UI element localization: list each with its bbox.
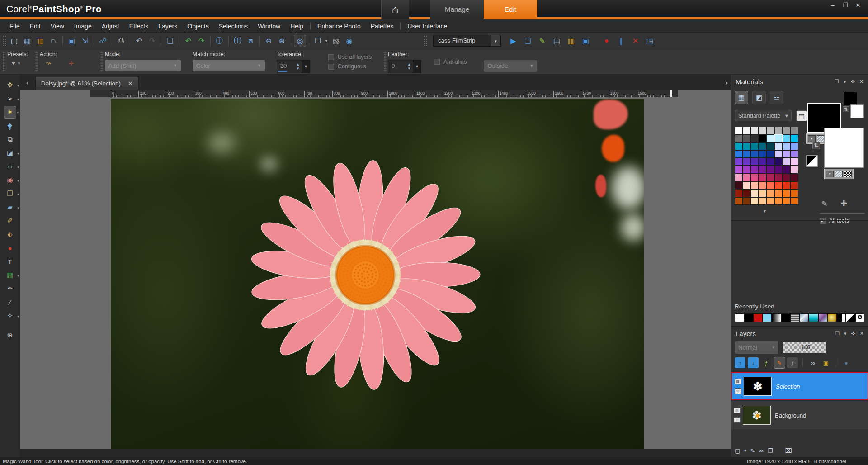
open-folder-icon[interactable]: ▥ — [34, 35, 47, 47]
menu-enhance-photo[interactable]: Enhance Photo — [312, 21, 366, 32]
dropper-tool[interactable]: ⧪ — [4, 119, 16, 132]
color-swatch[interactable] — [735, 134, 743, 142]
zoom-tool-icon[interactable]: ◎ — [294, 35, 306, 47]
color-swatch[interactable] — [759, 197, 767, 205]
color-swatch[interactable] — [790, 174, 798, 181]
home-button[interactable]: ⌂ — [381, 0, 409, 19]
color-swatch[interactable] — [783, 166, 791, 173]
recent-swatch[interactable] — [753, 313, 763, 322]
color-swatch[interactable] — [750, 134, 759, 142]
close-icon[interactable]: ✕ — [860, 331, 864, 337]
paint-brush-tool[interactable]: ✐ — [4, 214, 16, 227]
color-swatch[interactable] — [743, 166, 751, 173]
color-swatch[interactable] — [735, 189, 743, 197]
tolerance-spinner[interactable]: 30 ▲▼ ▼ — [277, 60, 310, 73]
color-swatch[interactable] — [790, 197, 798, 205]
swap-materials-icon[interactable]: ⇅ — [812, 142, 820, 149]
foreground-swatch[interactable] — [844, 92, 857, 105]
browse-icon[interactable]: ▦ — [21, 35, 33, 47]
color-swatch[interactable] — [766, 166, 774, 173]
recent-swatch[interactable] — [772, 313, 781, 322]
interactive-script-icon[interactable]: ▣ — [580, 35, 592, 47]
spinner-arrows-icon[interactable]: ▲▼ — [406, 60, 413, 73]
menu-palettes[interactable]: Palettes — [366, 21, 399, 32]
color-swatch[interactable] — [783, 197, 791, 205]
layer-row-background[interactable]: ▤⊙✽Background — [731, 401, 868, 429]
move-down-icon[interactable]: ↓ — [748, 357, 759, 368]
resize-icon[interactable]: ❏ — [164, 35, 176, 47]
step-script-icon[interactable]: ❏ — [522, 35, 534, 47]
chevron-down-icon[interactable]: ▼ — [413, 60, 421, 73]
action-remove-icon[interactable]: ✛ — [69, 60, 74, 67]
delete-layer-icon[interactable]: ⌧ — [785, 447, 792, 454]
transparent-swatch[interactable] — [855, 313, 865, 322]
color-swatch[interactable] — [743, 181, 751, 189]
menu-edit[interactable]: Edit — [25, 21, 46, 32]
undo-icon[interactable]: ↶ — [133, 35, 145, 47]
color-swatch[interactable] — [783, 150, 791, 158]
clone-tool[interactable]: ❐▾ — [4, 187, 16, 200]
camera-icon[interactable]: ◉ — [343, 35, 355, 47]
gradient-tool[interactable]: ▰▾ — [4, 201, 16, 214]
mixer-view-button[interactable]: ⚍ — [770, 91, 783, 104]
color-swatch[interactable] — [783, 142, 791, 150]
color-swatch[interactable] — [750, 189, 759, 197]
edit-script-icon[interactable]: ✎ — [536, 35, 548, 47]
outside-dropdown[interactable]: Outside▼ — [484, 60, 537, 72]
perspective-tool[interactable]: ▱▾ — [4, 160, 16, 173]
save-icon[interactable]: ▣ — [66, 35, 78, 47]
color-swatch[interactable] — [759, 142, 767, 150]
copy-special-icon[interactable]: ❐▾ — [312, 35, 324, 47]
color-swatch[interactable] — [790, 134, 798, 142]
menu-user-interface[interactable]: User Interface — [402, 21, 452, 32]
color-swatch[interactable] — [735, 158, 743, 166]
color-swatch[interactable] — [774, 181, 783, 189]
panel-maximize-icon[interactable]: ❐ — [835, 331, 840, 337]
recent-swatch[interactable] — [818, 313, 828, 322]
recent-swatch[interactable] — [763, 313, 772, 322]
link-layers-icon[interactable]: ∞ — [807, 357, 818, 368]
options-drag-handle[interactable] — [100, 52, 103, 71]
maximize-button[interactable]: ❐ — [839, 2, 852, 9]
feather-spinner[interactable]: 0 ▲▼ ▼ — [388, 60, 421, 73]
daisy-image[interactable] — [111, 99, 644, 449]
color-swatch[interactable] — [766, 150, 774, 158]
menu-selections[interactable]: Selections — [214, 21, 253, 32]
actual-size-icon[interactable]: ⑴ — [231, 35, 244, 47]
color-changer-tool[interactable]: ● — [4, 242, 16, 254]
layer-visibility-icon[interactable]: ⊙ — [735, 388, 741, 394]
menu-view[interactable]: View — [46, 21, 69, 32]
color-swatch[interactable] — [766, 134, 774, 142]
color-swatch[interactable] — [759, 150, 767, 158]
color-swatch[interactable] — [750, 174, 759, 181]
presets-caret-icon[interactable]: ▾ — [18, 61, 20, 66]
layer-styles-icon[interactable]: ƒ — [761, 357, 772, 368]
menu-adjust[interactable]: Adjust — [97, 21, 124, 32]
contiguous-checkbox[interactable]: Contiguous — [328, 63, 372, 70]
link-visibility-icon[interactable]: ∞ — [760, 447, 764, 454]
color-swatch[interactable] — [743, 158, 751, 166]
move-up-icon[interactable]: ↑ — [735, 357, 745, 368]
color-swatch[interactable] — [774, 189, 783, 197]
save-as-icon[interactable]: ⇲ — [79, 35, 91, 47]
recent-swatch[interactable] — [735, 313, 744, 322]
color-swatch[interactable] — [735, 127, 743, 134]
color-swatch[interactable] — [766, 189, 774, 197]
opacity-slider[interactable]: 100 — [783, 342, 826, 353]
color-swatch[interactable] — [774, 174, 783, 181]
oil-brush-tool[interactable]: ⬖ — [4, 228, 16, 241]
menu-effects[interactable]: Effects — [124, 21, 154, 32]
use-all-layers-checkbox[interactable]: Use all layers — [328, 54, 372, 60]
capture-icon[interactable]: ▧ — [330, 35, 342, 47]
open-script-icon[interactable]: ▥ — [565, 35, 577, 47]
color-swatch[interactable] — [774, 197, 783, 205]
color-swatch[interactable] — [783, 127, 791, 134]
new-layer-caret[interactable]: ▾ — [744, 448, 746, 453]
fg-color-button[interactable]: ▾ — [808, 135, 816, 142]
menu-file[interactable]: File — [5, 21, 25, 32]
chevron-down-icon[interactable]: ▾ — [844, 79, 846, 85]
color-swatch[interactable] — [735, 166, 743, 173]
pan-tool[interactable]: ✥▾ — [4, 79, 16, 91]
red-eye-tool[interactable]: ◉▾ — [4, 174, 16, 186]
palette-expand-icon[interactable]: ▾ — [764, 209, 766, 214]
